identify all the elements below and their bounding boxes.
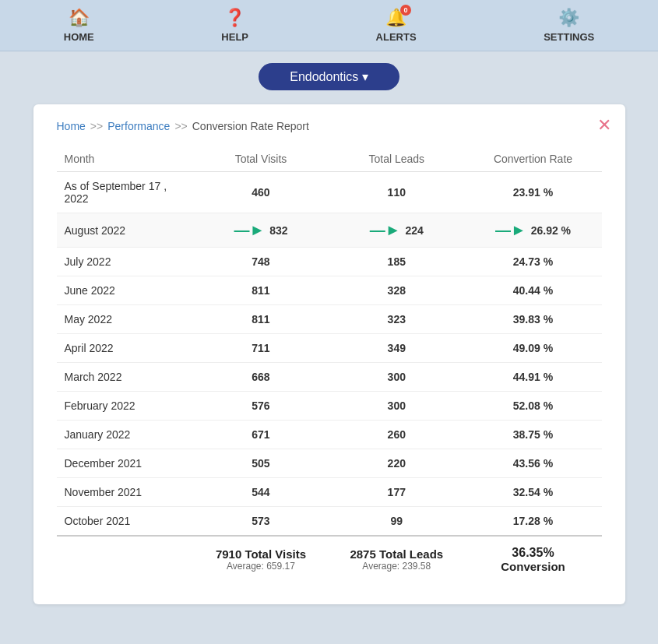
specialty-dropdown[interactable]: Endodontics ▾ — [259, 63, 399, 90]
table-header-row: Month Total Visits Total Leads Convertio… — [57, 146, 602, 172]
breadcrumb-sep1: >> — [90, 120, 103, 132]
cell-visits: 811 — [193, 276, 329, 305]
cell-leads: 300 — [329, 363, 464, 392]
cell-leads: 177 — [329, 478, 464, 507]
cell-leads: 328 — [329, 276, 464, 305]
table-row: May 202281132339.83 % — [57, 305, 602, 334]
footer-total-visits: 7910 Total Visits — [201, 547, 321, 561]
cell-rate: 52.08 % — [464, 392, 601, 421]
footer-visits-avg: Average: 659.17 — [201, 561, 321, 572]
cell-rate: 40.44 % — [464, 276, 601, 305]
footer-leads-cell: 2875 Total LeadsAverage: 239.58 — [329, 536, 464, 581]
cell-visits: 671 — [193, 421, 329, 449]
gear-icon: ⚙️ — [558, 8, 579, 28]
nav-help[interactable]: ❓ HELP — [221, 8, 248, 43]
cell-visits: 748 — [193, 248, 329, 276]
cell-leads: 99 — [329, 507, 464, 537]
cell-month: March 2022 — [57, 363, 193, 392]
cell-month: October 2021 — [57, 507, 193, 537]
cell-month: December 2021 — [57, 449, 193, 478]
cell-leads: 220 — [329, 449, 464, 478]
cell-visits: 460 — [193, 172, 329, 213]
alerts-label: ALERTS — [376, 31, 417, 43]
col-month: Month — [57, 146, 193, 172]
settings-label: SETTINGS — [544, 31, 594, 43]
cell-rate: 32.54 % — [464, 478, 601, 507]
help-icon: ❓ — [224, 8, 245, 28]
cell-rate: 17.28 % — [464, 507, 601, 537]
footer-rate-cell: 36.35%Conversion — [464, 536, 601, 581]
cell-rate: 44.91 % — [464, 363, 601, 392]
cell-leads: 349 — [329, 334, 464, 363]
table-row: October 20215739917.28 % — [57, 507, 602, 537]
home-label: HOME — [64, 31, 94, 43]
cell-month: February 2022 — [57, 392, 193, 421]
page-body: Endodontics ▾ Home >> Performance >> Con… — [0, 51, 658, 616]
cell-month: April 2022 — [57, 334, 193, 363]
breadcrumb-current: Conversion Rate Report — [192, 120, 309, 132]
table-row: November 202154417732.54 % — [57, 478, 602, 507]
arrow-visits-icon: —► — [234, 221, 265, 239]
cell-rate: 23.91 % — [464, 172, 601, 213]
cell-rate: 49.09 % — [464, 334, 601, 363]
nav-alerts[interactable]: 🔔 0 ALERTS — [376, 8, 417, 43]
cell-visits: —►832 — [193, 213, 329, 248]
cell-month: June 2022 — [57, 276, 193, 305]
alert-badge: 0 — [400, 5, 411, 16]
cell-visits: 544 — [193, 478, 329, 507]
table-row: July 202274818524.73 % — [57, 248, 602, 276]
cell-visits: 711 — [193, 334, 329, 363]
cell-month: As of September 17 , 2022 — [57, 172, 193, 213]
footer-visits-cell: 7910 Total VisitsAverage: 659.17 — [193, 536, 329, 581]
cell-visits: 576 — [193, 392, 329, 421]
arrow-rate-icon: —► — [495, 221, 526, 239]
cell-visits: 811 — [193, 305, 329, 334]
cell-month: May 2022 — [57, 305, 193, 334]
cell-rate: 38.75 % — [464, 421, 601, 449]
dropdown-label: Endodontics — [290, 70, 358, 83]
cell-leads: 185 — [329, 248, 464, 276]
table-row: August 2022—►832—►224—►26.92 % — [57, 213, 602, 248]
table-row: April 202271134949.09 % — [57, 334, 602, 363]
cell-visits: 668 — [193, 363, 329, 392]
cell-visits: 573 — [193, 507, 329, 537]
cell-leads: 323 — [329, 305, 464, 334]
nav-settings[interactable]: ⚙️ SETTINGS — [544, 8, 594, 43]
cell-rate: 43.56 % — [464, 449, 601, 478]
cell-month: August 2022 — [57, 213, 193, 248]
home-icon: 🏠 — [69, 8, 90, 28]
breadcrumb-performance[interactable]: Performance — [107, 120, 170, 132]
cell-month: July 2022 — [57, 248, 193, 276]
table-footer-row: 7910 Total VisitsAverage: 659.172875 Tot… — [57, 536, 602, 581]
col-visits: Total Visits — [193, 146, 329, 172]
cell-month: January 2022 — [57, 421, 193, 449]
arrow-leads-icon: —► — [370, 221, 401, 239]
cell-leads: 110 — [329, 172, 464, 213]
footer-conversion-rate: 36.35% — [472, 546, 593, 560]
cell-visits: 505 — [193, 449, 329, 478]
table-row: March 202266830044.91 % — [57, 363, 602, 392]
table-row: February 202257630052.08 % — [57, 392, 602, 421]
col-rate: Convertion Rate — [464, 146, 601, 172]
table-row: January 202267126038.75 % — [57, 421, 602, 449]
footer-leads-avg: Average: 239.58 — [336, 561, 456, 572]
report-card: Home >> Performance >> Conversion Rate R… — [33, 104, 625, 604]
alerts-wrapper: 🔔 0 — [385, 8, 406, 28]
table-row: As of September 17 , 202246011023.91 % — [57, 172, 602, 213]
breadcrumb-sep2: >> — [174, 120, 187, 132]
breadcrumb: Home >> Performance >> Conversion Rate R… — [57, 120, 602, 132]
nav-home[interactable]: 🏠 HOME — [64, 8, 94, 43]
close-button[interactable]: ✕ — [597, 115, 611, 135]
breadcrumb-home[interactable]: Home — [57, 120, 86, 132]
cell-month: November 2021 — [57, 478, 193, 507]
table-row: June 202281132840.44 % — [57, 276, 602, 305]
footer-month-cell — [57, 536, 193, 581]
cell-rate: 39.83 % — [464, 305, 601, 334]
cell-rate: 24.73 % — [464, 248, 601, 276]
table-row: December 202150522043.56 % — [57, 449, 602, 478]
cell-leads: —►224 — [329, 213, 464, 248]
footer-conversion-label: Conversion — [472, 560, 593, 573]
help-label: HELP — [221, 31, 248, 43]
cell-leads: 260 — [329, 421, 464, 449]
cell-rate: —►26.92 % — [464, 213, 601, 248]
